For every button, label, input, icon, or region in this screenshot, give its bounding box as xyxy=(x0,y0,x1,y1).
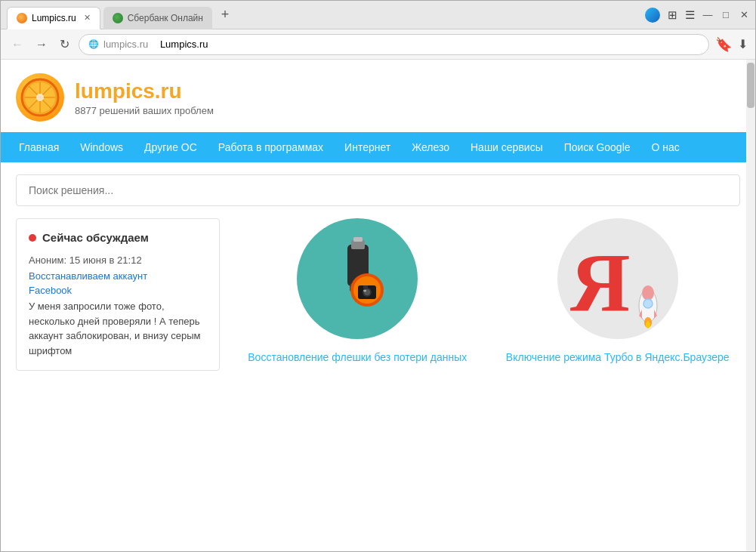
tab-label-lumpics: Lumpics.ru xyxy=(32,13,76,23)
refresh-button[interactable]: ↻ xyxy=(57,35,73,53)
forward-button[interactable]: → xyxy=(32,36,51,53)
back-button[interactable]: ← xyxy=(8,36,26,53)
content-grid: Сейчас обсуждаем Аноним: 15 июня в 21:12… xyxy=(1,218,755,386)
nav-item-programs[interactable]: Работа в программах xyxy=(208,132,334,162)
nav-item-hardware[interactable]: Железо xyxy=(401,132,460,162)
svg-point-21 xyxy=(642,285,654,301)
lock-icon: 🌐 xyxy=(88,39,99,49)
article-title-yandex[interactable]: Включение режима Турбо в Яндекс.Браузере xyxy=(506,350,730,365)
svg-point-6 xyxy=(36,94,44,101)
article-image-usb xyxy=(297,218,418,339)
scrollbar[interactable] xyxy=(746,60,755,551)
bookmark-icon[interactable]: 🔖 xyxy=(715,36,732,53)
svg-text:Я: Я xyxy=(570,237,630,329)
nav-bar: Главная Windows Другие ОС Работа в прогр… xyxy=(1,132,755,162)
site-title-group: lumpics.ru 8877 решений ваших проблем xyxy=(75,79,214,116)
tab-close-lumpics[interactable]: ✕ xyxy=(84,13,91,23)
search-area xyxy=(1,162,755,218)
bookmarks-icon[interactable]: ⊞ xyxy=(668,8,677,22)
new-tab-button[interactable]: + xyxy=(215,5,235,25)
menu-icon[interactable]: ☰ xyxy=(685,8,695,22)
address-display: Lumpics.ru xyxy=(160,39,208,50)
svg-rect-10 xyxy=(353,237,363,242)
svg-point-22 xyxy=(643,299,653,308)
svg-point-18 xyxy=(363,290,366,292)
nav-item-home[interactable]: Главная xyxy=(8,132,69,162)
download-icon[interactable]: ⬇ xyxy=(738,37,748,51)
discussion-link1[interactable]: Восстанавливаем аккаунт xyxy=(29,270,207,282)
browser-window: Lumpics.ru ✕ Сбербанк Онлайн + ⊞ ☰ — □ ✕ xyxy=(0,0,756,552)
article-cards: Восстановление флешки без потери данных … xyxy=(220,218,740,365)
site-header: lumpics.ru 8877 решений ваших проблем xyxy=(1,60,755,132)
nav-item-about[interactable]: О нас xyxy=(641,132,690,162)
nav-item-internet[interactable]: Интернет xyxy=(334,132,401,162)
article-card-yandex: Я xyxy=(495,218,741,365)
page-content: lumpics.ru 8877 решений ваших проблем Гл… xyxy=(1,60,755,551)
cortana-icon[interactable] xyxy=(645,8,660,23)
site-title: lumpics.ru xyxy=(75,79,214,103)
discussion-title: Сейчас обсуждаем xyxy=(29,231,207,244)
close-button[interactable]: ✕ xyxy=(739,10,749,20)
tab-icon-sberbank xyxy=(113,13,123,23)
live-indicator xyxy=(29,234,36,242)
nav-item-windows[interactable]: Windows xyxy=(69,132,134,162)
address-input[interactable]: 🌐 lumpics.ru Lumpics.ru xyxy=(79,34,709,55)
maximize-button[interactable]: □ xyxy=(721,10,731,20)
address-bar: ← → ↻ 🌐 lumpics.ru Lumpics.ru 🔖 ⬇ xyxy=(1,29,755,60)
title-bar-controls: ⊞ ☰ — □ ✕ xyxy=(645,8,749,23)
site-subtitle: 8877 решений ваших проблем xyxy=(75,105,214,116)
discussion-meta: Аноним: 15 июня в 21:12 xyxy=(29,254,207,266)
search-input[interactable] xyxy=(16,174,740,206)
tab-sberbank[interactable]: Сбербанк Онлайн xyxy=(103,7,212,29)
article-image-yandex: Я xyxy=(557,218,678,339)
title-bar: Lumpics.ru ✕ Сбербанк Онлайн + ⊞ ☰ — □ ✕ xyxy=(1,1,755,29)
article-title-usb[interactable]: Восстановление флешки без потери данных xyxy=(248,350,467,365)
scrollbar-thumb[interactable] xyxy=(747,63,754,108)
svg-rect-17 xyxy=(363,285,368,288)
minimize-button[interactable]: — xyxy=(702,10,713,20)
site-logo xyxy=(16,73,64,122)
nav-item-services[interactable]: Наши сервисы xyxy=(460,132,554,162)
nav-item-googlesearch[interactable]: Поиск Google xyxy=(554,132,641,162)
tab-lumpics[interactable]: Lumpics.ru ✕ xyxy=(7,7,100,29)
nav-item-otheros[interactable]: Другие ОС xyxy=(134,132,208,162)
discussion-box: Сейчас обсуждаем Аноним: 15 июня в 21:12… xyxy=(16,218,220,371)
tab-label-sberbank: Сбербанк Онлайн xyxy=(128,13,203,23)
discussion-link2[interactable]: Facebook xyxy=(29,285,207,296)
svg-point-26 xyxy=(646,321,650,328)
address-protocol: lumpics.ru xyxy=(103,39,148,50)
article-card-usb: Восстановление флешки без потери данных xyxy=(235,218,480,365)
nav-items: Главная Windows Другие ОС Работа в прогр… xyxy=(8,132,748,162)
tab-icon-lumpics xyxy=(17,13,27,23)
discussion-text: У меня запросили тоже фото, несколько дн… xyxy=(29,299,207,358)
